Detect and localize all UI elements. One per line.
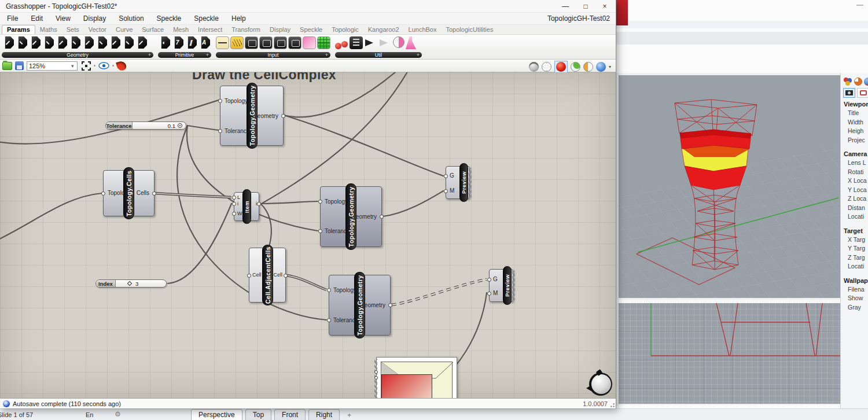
tab-front[interactable]: Front xyxy=(274,409,306,420)
viewport-rect-button[interactable] xyxy=(857,88,868,98)
custom-preview-icon[interactable] xyxy=(596,62,606,72)
tab-sets[interactable]: Sets xyxy=(62,25,84,34)
group-expand-icon[interactable]: + xyxy=(206,52,209,58)
relay-icon[interactable] xyxy=(364,36,377,49)
geometry-icon[interactable] xyxy=(108,36,120,49)
tab-right[interactable]: Right xyxy=(308,409,340,420)
swatch-color[interactable] xyxy=(381,374,432,398)
button-icon[interactable] xyxy=(259,36,273,49)
canvas-navigation-ball[interactable] xyxy=(589,371,613,396)
geometry-icon[interactable] xyxy=(82,36,94,49)
section-camera[interactable]: Camera xyxy=(844,150,868,157)
input-port[interactable] xyxy=(327,318,331,322)
node-topology-geometry-1[interactable]: Topology Tolerance Geometry Topology.Geo… xyxy=(220,86,284,146)
sketch-pen-icon[interactable] xyxy=(116,60,127,72)
no-preview-icon[interactable] xyxy=(529,62,539,72)
group-expand-icon[interactable]: + xyxy=(148,52,151,58)
primitive-icon[interactable]: 7 xyxy=(171,36,183,49)
section-target[interactable]: Target xyxy=(844,227,868,234)
language-indicator[interactable]: En xyxy=(86,411,93,418)
input-port[interactable] xyxy=(218,129,222,133)
knob-icon[interactable] xyxy=(245,36,258,49)
camera-button[interactable] xyxy=(843,88,855,98)
swatch-port[interactable] xyxy=(374,376,378,380)
output-port[interactable] xyxy=(380,215,384,219)
value-list-icon[interactable] xyxy=(274,36,287,49)
tab-kangaroo2[interactable]: Kangaroo2 xyxy=(363,25,404,34)
tab-perspective[interactable]: Perspective xyxy=(191,409,242,420)
gh-canvas[interactable]: Draw the CellComplex xyxy=(0,72,616,398)
graph-mapper-icon[interactable] xyxy=(230,36,244,49)
input-port[interactable] xyxy=(487,278,491,282)
panel-tab-icons[interactable] xyxy=(844,78,868,86)
tab-vector[interactable]: Vector xyxy=(84,25,111,34)
geometry-icon[interactable] xyxy=(55,36,67,49)
perspective-viewport[interactable] xyxy=(619,75,840,298)
output-port[interactable] xyxy=(152,191,156,196)
zoom-extents-icon[interactable] xyxy=(82,61,91,71)
preview-eye-icon[interactable] xyxy=(98,62,109,69)
slider-knob[interactable] xyxy=(178,123,182,128)
tab-lunchbox[interactable]: LunchBox xyxy=(404,25,442,34)
geometry-icon[interactable] xyxy=(95,36,107,49)
geometry-icon[interactable] xyxy=(42,36,54,49)
front-viewport[interactable] xyxy=(619,303,840,404)
input-port[interactable] xyxy=(327,288,331,292)
node-item[interactable]: L i W i Item xyxy=(234,192,259,221)
group-label[interactable]: Geometry xyxy=(2,52,153,58)
gear-icon[interactable]: ⚙ xyxy=(115,410,121,418)
tab-maths[interactable]: Maths xyxy=(35,25,62,34)
group-label[interactable]: Primitive xyxy=(158,52,211,58)
input-port[interactable] xyxy=(318,229,322,233)
menu-file[interactable]: File xyxy=(7,14,18,23)
geometry-icon[interactable] xyxy=(2,36,14,49)
primitive-icon[interactable]: ∥ xyxy=(185,36,197,49)
tab-mesh[interactable]: Mesh xyxy=(168,25,193,34)
selected-only-preview-icon[interactable] xyxy=(571,62,580,72)
input-port[interactable] xyxy=(232,212,236,216)
data-tree-icon[interactable] xyxy=(350,36,363,49)
group-label[interactable]: Util xyxy=(335,52,422,58)
jump-icon[interactable] xyxy=(378,36,392,49)
node-cell-adjacentcells[interactable]: Cell Cell Cell.AdjacentCells xyxy=(249,248,286,303)
slider-knob[interactable] xyxy=(127,281,132,286)
zoom-dropdown-icon[interactable]: ▾ xyxy=(71,63,74,69)
wireframe-preview-icon[interactable] xyxy=(542,62,551,72)
index-slider[interactable]: Index 3 xyxy=(95,279,167,288)
dashed-wire[interactable] xyxy=(392,279,487,305)
layers-tab-icon[interactable] xyxy=(864,78,868,86)
properties-tab-icon[interactable] xyxy=(844,78,852,86)
geometry-icon[interactable] xyxy=(28,36,41,49)
tab-intersect[interactable]: Intersect xyxy=(193,25,227,34)
group-expand-icon[interactable]: + xyxy=(417,52,420,58)
input-port[interactable] xyxy=(444,189,448,193)
output-port[interactable] xyxy=(257,202,261,206)
node-preview-2[interactable]: G M Preview xyxy=(489,269,513,302)
tolerance-slider[interactable]: Tolerance 0.1 xyxy=(105,121,186,130)
node-topology-cells[interactable]: Topology Cells Topology.Cells xyxy=(103,170,155,216)
swatch-port[interactable] xyxy=(374,370,378,374)
input-port[interactable] xyxy=(101,191,105,196)
minimize-button[interactable]: — xyxy=(556,0,575,13)
geometry-icon[interactable] xyxy=(122,36,134,49)
node-preview-1[interactable]: G M Preview xyxy=(446,166,470,199)
geometry-icon[interactable] xyxy=(135,36,147,49)
input-port[interactable] xyxy=(487,292,491,296)
input-port[interactable] xyxy=(318,200,322,204)
open-file-icon[interactable] xyxy=(2,62,12,70)
resize-grip[interactable] xyxy=(610,403,615,407)
menu-solution[interactable]: Solution xyxy=(119,14,144,23)
menu-help[interactable]: Help xyxy=(231,14,246,23)
input-port[interactable] xyxy=(444,174,448,178)
material-tab-icon[interactable] xyxy=(854,78,862,86)
node-topology-geometry-2[interactable]: Topology Tolerance Geometry Topology.Geo… xyxy=(320,186,382,247)
cluster-icon[interactable] xyxy=(393,36,404,48)
tab-curve[interactable]: Curve xyxy=(111,25,137,34)
menu-speckle-1[interactable]: Speckle xyxy=(157,14,182,23)
output-port[interactable] xyxy=(284,274,288,278)
primitive-icon[interactable]: ◐ xyxy=(158,36,170,49)
maximize-button[interactable]: □ xyxy=(576,0,595,13)
tab-topologicutilities[interactable]: TopologicUtilities xyxy=(441,25,498,34)
input-port[interactable] xyxy=(247,274,251,278)
tab-topologic[interactable]: Topologic xyxy=(327,25,363,34)
